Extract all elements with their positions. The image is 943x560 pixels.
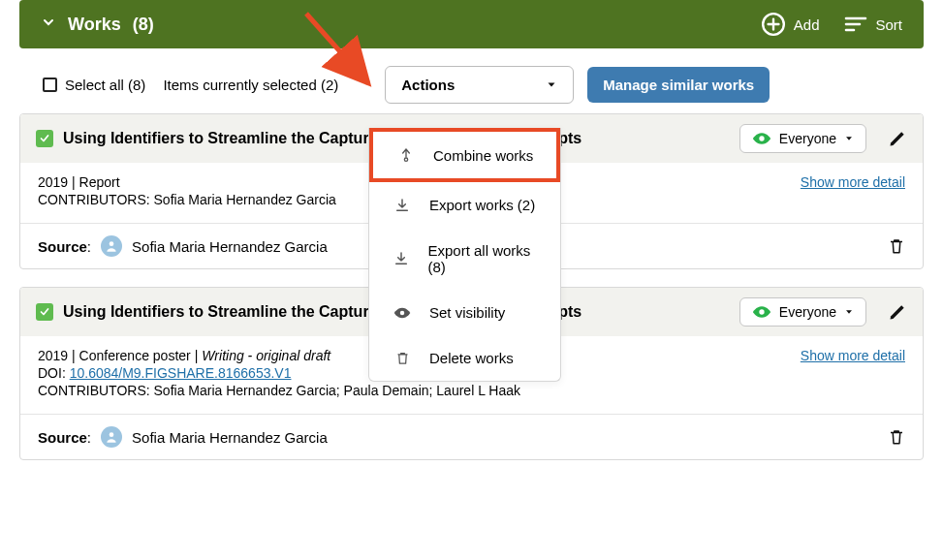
menu-label: Export works (2) — [429, 197, 535, 213]
menu-label: Set visibility — [429, 304, 505, 321]
add-button[interactable]: Add — [761, 12, 820, 37]
menu-item-combine[interactable]: Combine works — [369, 128, 560, 182]
eye-icon — [393, 306, 412, 320]
sort-label: Sort — [875, 16, 902, 33]
row-selected-checkbox[interactable] — [36, 303, 53, 321]
actions-label: Actions — [401, 77, 455, 93]
source-name: Sofia Maria Hernandez Garcia — [132, 238, 328, 255]
row-selected-checkbox[interactable] — [36, 130, 53, 147]
section-title: Works — [68, 15, 121, 35]
actions-dropdown-trigger[interactable]: Actions — [385, 66, 574, 104]
manage-similar-button[interactable]: Manage similar works — [587, 67, 770, 103]
visibility-button[interactable]: Everyone — [739, 124, 866, 153]
svg-point-7 — [110, 432, 114, 437]
menu-label: Combine works — [433, 147, 533, 164]
trash-icon[interactable] — [888, 427, 905, 447]
show-more-link[interactable]: Show more detail — [801, 174, 905, 190]
eye-icon — [752, 305, 771, 319]
sort-icon — [844, 15, 867, 34]
items-selected-count: Items currently selected (2) — [163, 77, 338, 93]
bulk-toolbar: Select all (8) Items currently selected … — [0, 62, 943, 113]
svg-point-6 — [759, 309, 764, 314]
avatar-icon — [101, 235, 122, 257]
sort-button[interactable]: Sort — [844, 15, 902, 34]
svg-point-5 — [110, 241, 114, 246]
section-header: Works (8) Add Sort — [19, 0, 924, 48]
menu-label: Export all works (8) — [427, 242, 543, 275]
show-more-link[interactable]: Show more detail — [801, 348, 905, 363]
collapse-icon[interactable] — [41, 15, 56, 34]
trash-icon[interactable] — [888, 236, 905, 256]
menu-item-export-all[interactable]: Export all works (8) — [369, 228, 560, 290]
chevron-down-icon — [546, 77, 557, 93]
source-name: Sofia Maria Hernandez Garcia — [132, 429, 328, 446]
plus-circle-icon — [761, 12, 786, 37]
select-all-checkbox[interactable]: Select all (8) — [43, 77, 145, 93]
section-count: (8) — [133, 15, 154, 35]
work-contributors: CONTRIBUTORS: Sofia Maria Hernandez Garc… — [38, 383, 905, 398]
download-icon — [393, 198, 412, 213]
trash-icon — [393, 350, 412, 366]
avatar-icon — [101, 426, 122, 448]
svg-point-4 — [759, 136, 764, 140]
menu-item-delete[interactable]: Delete works — [369, 335, 560, 381]
menu-label: Delete works — [429, 350, 514, 366]
work-card-footer: Source: Sofia Maria Hernandez Garcia — [20, 414, 923, 459]
edit-icon[interactable] — [888, 129, 907, 148]
chevron-down-icon — [844, 134, 854, 143]
menu-item-set-visibility[interactable]: Set visibility — [369, 290, 560, 335]
visibility-label: Everyone — [779, 131, 836, 146]
visibility-button[interactable]: Everyone — [739, 297, 866, 327]
eye-icon — [752, 132, 771, 145]
checkbox-icon — [43, 78, 57, 92]
doi-link[interactable]: 10.6084/M9.FIGSHARE.8166653.V1 — [70, 365, 292, 381]
merge-icon — [396, 146, 416, 164]
download-icon — [393, 251, 410, 266]
add-label: Add — [794, 16, 820, 33]
actions-dropdown-menu: Combine works Export works (2) Export al… — [368, 128, 561, 382]
meta-role: Writing - original draft — [202, 348, 330, 363]
edit-icon[interactable] — [888, 302, 907, 322]
source-label: Source — [38, 238, 87, 255]
menu-item-export[interactable]: Export works (2) — [369, 182, 560, 228]
svg-point-3 — [400, 310, 405, 315]
source-label: Source — [38, 429, 87, 446]
visibility-label: Everyone — [779, 304, 836, 320]
svg-point-2 — [404, 158, 407, 161]
select-all-label: Select all (8) — [65, 77, 145, 93]
meta-prefix: 2019 | Conference poster | — [38, 348, 202, 363]
chevron-down-icon — [844, 307, 854, 317]
doi-label: DOI: — [38, 365, 70, 381]
